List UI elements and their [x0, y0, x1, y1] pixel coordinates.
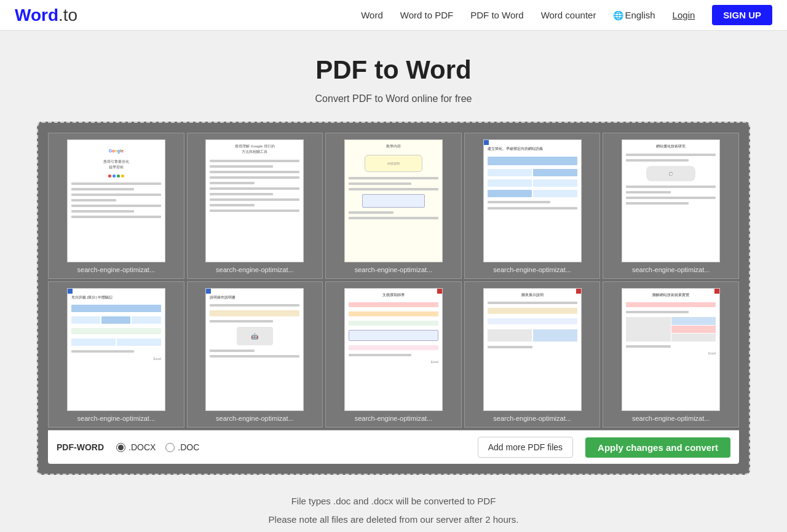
thumb-preview-9: 圖表展示說明	[483, 288, 582, 411]
site-header: Word.to Word Word to PDF PDF to Word Wor…	[0, 0, 787, 31]
thumb-label-3: search-engine-optimizat...	[355, 266, 433, 273]
thumb-cell-7[interactable]: 說明操作說明書 🤖 search-engine-optimizat...	[187, 281, 323, 428]
thumb-cell-5[interactable]: 網站優化技術研究 💬 search-engine-optimizat...	[603, 133, 739, 279]
thumb-label-7: search-engine-optimizat...	[216, 415, 294, 422]
thumb-cell-6[interactable]: 充分評鑑 (填分) 中體驗記 Excel	[48, 281, 184, 428]
main-content: PDF to Word Convert PDF to Word online f…	[25, 31, 762, 532]
thumb-label-8: search-engine-optimizat...	[355, 415, 433, 422]
radio-docx[interactable]	[116, 443, 125, 452]
thumbnail-row-2: 充分評鑑 (填分) 中體驗記 Excel	[48, 281, 739, 428]
page-title: PDF to Word	[37, 55, 750, 85]
thumb-cell-2[interactable]: 搜尋理解 Google 排行的方法與相關工具 search-engine-opt…	[187, 133, 323, 279]
footer-note-2: Please note all files are deleted from o…	[37, 510, 750, 529]
radio-doc[interactable]	[165, 443, 175, 452]
thumb-label-9: search-engine-optimizat...	[493, 415, 571, 422]
format-label: PDF-WORD	[57, 442, 104, 452]
thumb-preview-4: 建立簡化、早破標定向的網站語義	[483, 139, 582, 262]
bottom-bar: PDF-WORD .DOCX .DOC Add more PDF files A…	[48, 430, 739, 464]
thumb-label-5: search-engine-optimizat...	[632, 266, 710, 273]
main-nav: Word Word to PDF PDF to Word Word counte…	[361, 5, 772, 25]
logo-link[interactable]: Word.to	[15, 6, 77, 25]
thumb-cell-1[interactable]: Google 搜尋引擎最佳化超學習術	[48, 133, 184, 279]
thumb-preview-8: 文檔撰寫師導 Excel	[344, 288, 443, 411]
globe-icon: 🌐	[613, 10, 623, 20]
thumb-cell-3[interactable]: 教學內容 內容說明 search-engine-optimizat...	[325, 133, 462, 279]
nav-word[interactable]: Word	[361, 10, 383, 20]
file-dropzone[interactable]: Google 搜尋引擎最佳化超學習術	[37, 122, 750, 475]
convert-button[interactable]: Apply changes and convert	[585, 437, 730, 458]
thumb-label-4: search-engine-optimizat...	[493, 266, 571, 273]
thumb-preview-1: Google 搜尋引擎最佳化超學習術	[67, 139, 165, 262]
thumb-label-2: search-engine-optimizat...	[216, 266, 294, 273]
thumb-cell-10[interactable]: 圖解網站技術就業實覽 Excel	[603, 281, 739, 428]
footer-note-1: File types .doc and .docx will be conver…	[37, 492, 750, 510]
docx-label: .DOCX	[129, 442, 156, 452]
thumb-preview-6: 充分評鑑 (填分) 中體驗記 Excel	[67, 288, 165, 411]
thumb-cell-8[interactable]: 文檔撰寫師導 Excel search-engine-optimizat...	[325, 281, 462, 428]
add-more-button[interactable]: Add more PDF files	[478, 437, 573, 458]
thumb-preview-2: 搜尋理解 Google 排行的方法與相關工具	[205, 139, 304, 262]
thumb-preview-3: 教學內容 內容說明	[344, 139, 443, 262]
nav-login[interactable]: Login	[673, 10, 695, 20]
nav-pdf-to-word[interactable]: PDF to Word	[470, 10, 523, 20]
format-radio-group: .DOCX .DOC	[116, 442, 199, 452]
nav-language[interactable]: 🌐English	[613, 10, 655, 20]
doc-label: .DOC	[178, 442, 199, 452]
thumbnail-row-1: Google 搜尋引擎最佳化超學習術	[48, 133, 739, 279]
thumb-cell-9[interactable]: 圖表展示說明 search-engine-optimizat...	[464, 281, 601, 428]
nav-signup[interactable]: SIGN UP	[712, 5, 772, 25]
thumb-label-10: search-engine-optimizat...	[632, 415, 710, 422]
logo-word: Word	[15, 6, 58, 25]
nav-word-to-pdf[interactable]: Word to PDF	[400, 10, 453, 20]
logo-suffix: .to	[58, 6, 77, 25]
thumb-preview-7: 說明操作說明書 🤖	[205, 288, 304, 411]
thumb-label-6: search-engine-optimizat...	[77, 415, 156, 422]
radio-docx-label[interactable]: .DOCX	[116, 442, 156, 452]
nav-word-counter[interactable]: Word counter	[541, 10, 596, 20]
footer-notes: File types .doc and .docx will be conver…	[37, 492, 750, 529]
thumb-label-1: search-engine-optimizat...	[77, 266, 156, 273]
page-subtitle: Convert PDF to Word online for free	[37, 93, 750, 104]
thumb-cell-4[interactable]: 建立簡化、早破標定向的網站語義	[464, 133, 601, 279]
thumb-preview-10: 圖解網站技術就業實覽 Excel	[622, 288, 720, 411]
thumb-preview-5: 網站優化技術研究 💬	[622, 139, 720, 262]
radio-doc-label[interactable]: .DOC	[165, 442, 199, 452]
